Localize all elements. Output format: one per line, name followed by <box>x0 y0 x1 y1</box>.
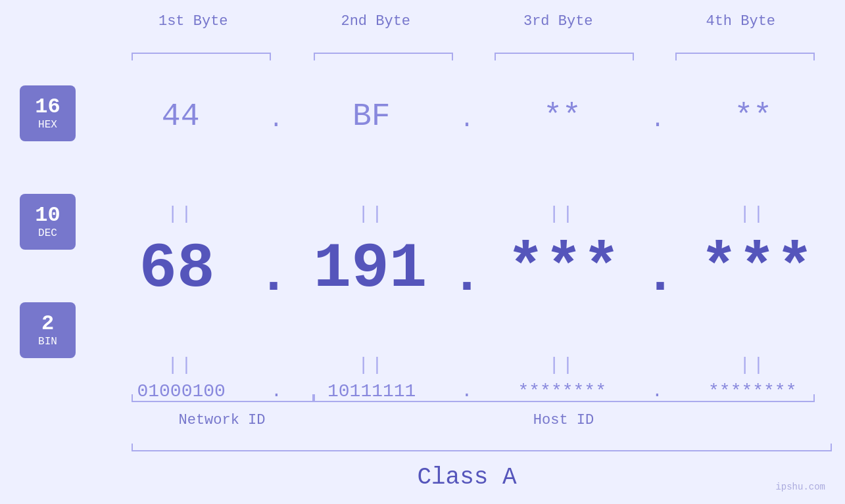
rows-area: 44 . BF . ** . ** || || || || 68 . 191 .… <box>102 66 832 451</box>
full-bracket <box>132 450 832 451</box>
host-id-label: Host ID <box>314 412 813 428</box>
tick-b2-right <box>452 53 453 60</box>
tick-b1-right <box>270 53 271 60</box>
dec-b1: 68 <box>108 233 246 305</box>
eq2-b4: || <box>684 355 822 375</box>
byte2-header: 2nd Byte <box>285 13 468 30</box>
equals-row-1: || || || || <box>102 204 832 224</box>
eq2-b2: || <box>302 355 441 375</box>
hex-tab-number: 16 <box>35 97 60 118</box>
btick-host-right <box>813 394 815 402</box>
dec-b4: *** <box>688 233 826 305</box>
btick-net-left <box>132 394 133 402</box>
bracket-b2 <box>314 53 452 54</box>
bin-dot1: . <box>271 381 282 401</box>
dec-tab: 10 DEC <box>20 194 76 250</box>
btick-full-left <box>132 444 133 451</box>
bin-tab: 2 BIN <box>20 302 76 358</box>
bin-b3: ******** <box>493 381 631 401</box>
tick-b2-left <box>314 53 315 60</box>
bracket-b1 <box>132 53 270 54</box>
bin-b4: ******** <box>683 381 821 401</box>
hex-tab-label: HEX <box>38 119 57 131</box>
bracket-b4 <box>675 53 813 54</box>
bin-tab-label: BIN <box>38 336 57 348</box>
equals-row-2: || || || || <box>102 355 832 375</box>
bin-b1: 01000100 <box>112 381 251 401</box>
dec-tab-label: DEC <box>38 227 57 239</box>
eq1-b2: || <box>302 204 441 224</box>
tick-b4-right <box>813 53 815 60</box>
hex-dot2: . <box>460 106 474 133</box>
bin-dot2: . <box>462 381 473 401</box>
dec-dot2: . <box>451 246 483 306</box>
eq1-b3: || <box>493 204 631 224</box>
bin-row: 01000100 . 10111111 . ******** . *******… <box>102 381 832 401</box>
tick-b3-right <box>633 53 634 60</box>
dec-b2: 191 <box>301 233 439 305</box>
byte1-header: 1st Byte <box>102 13 285 30</box>
eq1-b4: || <box>684 204 822 224</box>
byte-headers: 1st Byte 2nd Byte 3rd Byte 4th Byte <box>102 13 832 30</box>
eq2-b1: || <box>112 355 250 375</box>
bin-tab-number: 2 <box>41 313 54 334</box>
hex-dot1: . <box>269 106 283 133</box>
class-label: Class A <box>102 464 832 491</box>
hex-tab: 16 HEX <box>20 85 76 141</box>
tick-b4-left <box>675 53 677 60</box>
hex-b1: 44 <box>112 99 250 134</box>
tick-b1-left <box>132 53 133 60</box>
dec-dot3: . <box>644 246 676 306</box>
btick-full-right <box>831 444 832 451</box>
side-tabs: 16 HEX 10 DEC 2 BIN <box>20 85 76 358</box>
tick-b3-left <box>495 53 496 60</box>
hex-b4: ** <box>684 99 822 134</box>
btick-host-left <box>314 394 315 402</box>
byte3-header: 3rd Byte <box>467 13 650 30</box>
hex-row: 44 . BF . ** . ** <box>102 99 832 134</box>
hex-dot3: . <box>650 106 665 133</box>
byte4-header: 4th Byte <box>650 13 833 30</box>
dec-b3: *** <box>495 233 633 305</box>
bin-dot3: . <box>652 381 663 401</box>
bracket-b3 <box>495 53 633 54</box>
watermark: ipshu.com <box>775 482 825 492</box>
dec-dot1: . <box>258 246 289 306</box>
bin-b2: 10111111 <box>302 381 441 401</box>
dec-row: 68 . 191 . *** . *** <box>102 233 832 305</box>
network-id-bracket <box>132 401 312 402</box>
dec-tab-number: 10 <box>35 205 60 226</box>
eq2-b3: || <box>493 355 631 375</box>
network-id-label: Network ID <box>132 412 312 428</box>
hex-b2: BF <box>302 99 441 134</box>
eq1-b1: || <box>112 204 250 224</box>
host-id-bracket <box>314 401 813 402</box>
hex-b3: ** <box>493 99 631 134</box>
main-container: 1st Byte 2nd Byte 3rd Byte 4th Byte 16 H… <box>0 0 845 504</box>
